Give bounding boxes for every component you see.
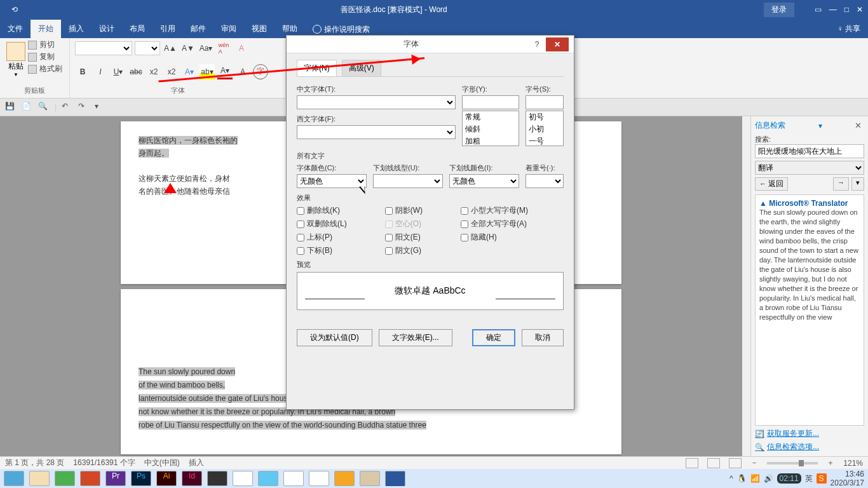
taskbar-wechat[interactable] [55,471,75,486]
read-mode-button[interactable] [686,458,698,468]
text-effects-button[interactable]: 文字效果(E)... [379,329,452,346]
tray-timer[interactable]: 02:11 [777,473,801,484]
font-size-input[interactable] [526,95,564,109]
save-button[interactable]: 💾 [5,102,17,113]
grow-font-button[interactable]: A▲ [163,41,178,56]
chk-superscript[interactable]: 上标(P) [297,232,347,243]
tray-lang[interactable]: 英 [805,473,813,484]
clear-format-button[interactable]: A [234,41,249,56]
dialog-help-button[interactable]: ? [531,40,543,49]
font-style-input[interactable] [462,95,519,109]
autosave-icon[interactable]: ⟲ [5,2,24,17]
undo-button[interactable]: ↶ [62,102,73,113]
tray-date[interactable]: 2020/3/17 [831,478,864,487]
tab-mail[interactable]: 邮件 [183,20,214,38]
font-style-list[interactable]: 常规倾斜加粗 [462,111,519,146]
tab-references[interactable]: 引用 [153,20,183,38]
enclose-char-button[interactable]: 字 [253,64,268,79]
word-count[interactable]: 16391/16391 个字 [73,458,135,468]
font-size-select[interactable] [135,41,160,55]
system-tray[interactable]: ^ 🐧 📶 🔊 02:11 英 S 13:46 2020/3/17 [729,470,864,487]
redo-button[interactable]: ↷ [78,102,90,113]
forward-button[interactable]: → [833,177,849,191]
new-button[interactable]: 📄 [22,102,33,113]
dialog-close-button[interactable]: ✕ [546,37,569,51]
tab-review[interactable]: 审阅 [214,20,244,38]
minimize-icon[interactable]: — [829,5,837,14]
underline-button[interactable]: U▾ [111,64,126,79]
chk-shadow[interactable]: 阴影(W) [385,205,423,216]
chinese-font-select[interactable] [297,95,456,109]
insert-mode[interactable]: 插入 [189,458,204,468]
pane-options-icon[interactable]: ▾ [818,121,822,130]
taskbar-app-4[interactable] [334,471,355,486]
get-updates-link[interactable]: 🔄获取服务更新... [755,428,864,439]
zoom-out-button[interactable]: － [750,458,758,468]
font-color-select[interactable]: 无颜色 [297,174,367,188]
font-color-button[interactable]: A▾ [217,64,233,79]
ok-button[interactable]: 确定 [472,329,515,346]
underline-color-select[interactable]: 无颜色 [449,174,519,188]
tab-file[interactable]: 文件 [0,20,31,38]
western-font-select[interactable] [297,125,456,139]
research-search-input[interactable] [755,144,864,158]
taskbar-app-1[interactable] [4,471,24,486]
tab-home[interactable]: 开始 [31,20,61,38]
taskbar-explorer[interactable] [29,471,50,486]
tray-time[interactable]: 13:46 [831,470,864,478]
ribbon-options-icon[interactable]: ▭ [815,5,822,14]
taskbar-notepad[interactable] [360,471,380,486]
chk-hidden[interactable]: 隐藏(H) [461,232,528,243]
char-shading-button[interactable]: A [235,64,250,79]
login-button[interactable]: 登录 [764,3,794,17]
cut-button[interactable]: 剪切 [28,39,62,50]
web-layout-button[interactable] [729,458,742,468]
font-size-list[interactable]: 初号小初一号 [526,111,564,146]
tray-chevron-icon[interactable]: ^ [729,474,733,483]
language-indicator[interactable]: 中文(中国) [144,458,180,468]
tab-layout[interactable]: 布局 [122,20,153,38]
dialog-tab-font[interactable]: 字体(N) [297,60,337,76]
print-preview-button[interactable]: 🔍 [38,102,50,113]
close-icon[interactable]: ✕ [857,5,863,14]
chk-engrave[interactable]: 阴文(G) [385,245,423,256]
nav-dropdown[interactable]: ▾ [851,177,864,191]
back-button[interactable]: ← 返回 [755,177,788,191]
tab-view[interactable]: 视图 [244,20,275,38]
chk-subscript[interactable]: 下标(B) [297,245,347,256]
cancel-button[interactable]: 取消 [522,329,564,346]
chk-emboss[interactable]: 阳文(E) [385,232,423,243]
collapse-toggle[interactable]: ▲ Microsoft® Translator [759,199,860,208]
close-pane-button[interactable]: ✕ [855,121,862,130]
subscript-button[interactable]: x2 [146,64,161,79]
taskbar-video[interactable] [207,471,227,486]
share-button[interactable]: ♀ 共享 [830,20,868,38]
shrink-font-button[interactable]: A▼ [180,41,196,56]
taskbar-chrome[interactable] [309,471,329,486]
tab-insert[interactable]: 插入 [61,20,92,38]
copy-button[interactable]: 复制 [28,51,62,62]
taskbar-powerpoint[interactable] [80,471,100,486]
chk-strikethrough[interactable]: 删除线(K) [297,205,347,216]
taskbar-app-3[interactable] [258,471,278,486]
maximize-icon[interactable]: □ [844,5,849,14]
research-source-select[interactable]: 翻译 [755,161,864,175]
underline-style-select[interactable] [373,174,443,188]
emphasis-select[interactable] [526,174,564,188]
phonetic-button[interactable]: wénA [216,41,231,56]
tray-network-icon[interactable]: 📶 [750,474,760,483]
superscript-button[interactable]: x2 [164,64,179,79]
zoom-level[interactable]: 121% [843,459,863,468]
format-painter-button[interactable]: 格式刷 [28,64,62,74]
change-case-button[interactable]: Aa▾ [198,41,214,56]
highlight-button[interactable]: ab▾ [200,64,215,79]
zoom-slider[interactable] [767,462,818,464]
dialog-tab-advanced[interactable]: 高级(V) [342,60,381,76]
page-indicator[interactable]: 第 1 页，共 28 页 [5,458,64,468]
chk-outline[interactable]: 空心(O) [385,219,423,229]
taskbar-app-2[interactable] [233,471,253,486]
qat-customize[interactable]: ▾ [95,102,106,113]
paste-button[interactable]: 粘贴 ▼ [4,39,28,80]
chk-smallcaps[interactable]: 小型大写字母(M) [461,205,528,216]
chk-allcaps[interactable]: 全部大写字母(A) [461,219,528,229]
